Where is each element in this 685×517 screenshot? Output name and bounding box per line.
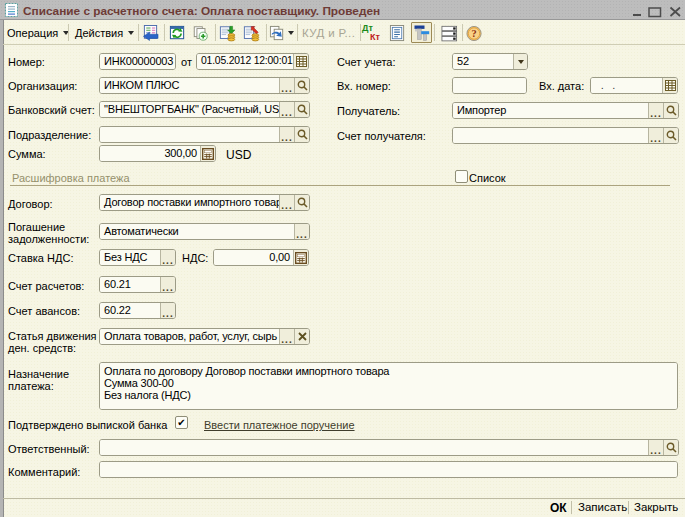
- svg-text:?: ?: [471, 28, 476, 39]
